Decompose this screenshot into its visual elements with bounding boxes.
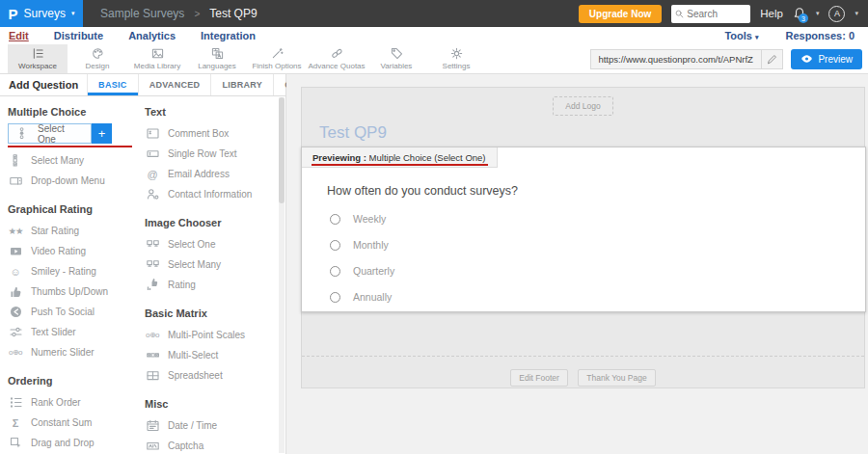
question-type-select-one[interactable]: Select One (8, 123, 92, 144)
smiley-icon: ☺ (8, 266, 23, 278)
question-type-select-many[interactable]: Select Many (8, 150, 139, 171)
palette-icon (92, 47, 104, 60)
question-type-email-address[interactable]: @ Email Address (145, 164, 282, 184)
question-type-single-row-text[interactable]: Single Row Text (145, 144, 282, 164)
responses-count-link[interactable]: Responses: 0 (785, 30, 854, 41)
tab-basic[interactable]: BASIC (87, 74, 138, 95)
sliders-icon (8, 326, 23, 338)
sigma-icon: Σ (8, 417, 23, 429)
tab-advanced[interactable]: ADVANCED (138, 74, 211, 95)
magic-wand-icon (271, 47, 284, 60)
panel-body: Multiple Choice Select One + Select Many… (0, 96, 285, 453)
menu-tab-edit[interactable]: Edit (9, 30, 29, 41)
tool-languages[interactable]: Languages (187, 44, 247, 73)
survey-preview-area: Add Logo Test QP9 Previewing : Multiple … (286, 74, 868, 454)
edit-footer-button[interactable]: Edit Footer (510, 369, 568, 387)
avatar[interactable]: A (828, 6, 845, 22)
question-type-constant-sum[interactable]: Σ Constant Sum (8, 413, 139, 433)
radio-button[interactable] (330, 240, 340, 251)
tool-media-library[interactable]: Media Library (127, 44, 187, 73)
contact-person-icon (145, 188, 160, 200)
tools-dropdown[interactable]: Tools ▾ (724, 30, 758, 41)
question-type-image-rating[interactable]: Rating (145, 275, 282, 295)
notifications-bell-button[interactable]: 3 (793, 7, 806, 20)
section-heading-ordering: Ordering (8, 375, 139, 387)
panel-scrollbar-thumb[interactable] (279, 97, 285, 203)
surveys-menu-button[interactable]: P Surveys ▾ (0, 0, 83, 27)
tab-library[interactable]: LIBRARY (210, 74, 273, 95)
numeric-slider-icon: o⊕o (8, 348, 23, 357)
answer-option: Monthly (330, 239, 865, 251)
section-heading-misc: Misc (145, 398, 282, 410)
star-rating-icon: ★★ (8, 226, 23, 236)
section-heading-basic-matrix: Basic Matrix (145, 307, 282, 319)
option-label: Annually (353, 291, 392, 303)
help-link[interactable]: Help (760, 8, 783, 19)
section-menubar: Edit Distribute Analytics Integration To… (0, 27, 868, 44)
breadcrumb-current: Test QP9 (209, 7, 257, 20)
survey-title: Test QP9 (319, 123, 864, 143)
question-type-spreadsheet[interactable]: Spreadsheet (145, 365, 282, 386)
menu-tab-integration[interactable]: Integration (201, 30, 256, 41)
translate-icon (211, 47, 224, 60)
survey-url-input[interactable] (591, 54, 761, 65)
section-heading-graphical-rating: Graphical Rating (8, 203, 139, 215)
edit-url-button[interactable] (761, 50, 782, 68)
rank-order-icon (8, 396, 23, 409)
radio-button[interactable] (330, 292, 340, 303)
tool-workspace[interactable]: Workspace (8, 44, 68, 73)
thank-you-page-button[interactable]: Thank You Page (578, 369, 655, 387)
at-sign-icon: @ (145, 169, 160, 180)
panel-scrollbar-track[interactable] (279, 97, 285, 453)
comment-box-icon (145, 127, 160, 140)
panel-header: Add Question BASIC ADVANCED LIBRARY CANV… (0, 74, 285, 96)
option-label: Monthly (353, 239, 389, 251)
question-type-text-slider[interactable]: Text Slider (8, 322, 139, 342)
add-logo-button[interactable]: Add Logo (553, 96, 612, 116)
single-row-text-icon (145, 147, 160, 160)
image-select-one-icon (145, 238, 160, 251)
breadcrumb-parent[interactable]: Sample Surveys (100, 7, 184, 20)
tool-settings[interactable]: Settings (426, 44, 486, 73)
menu-tab-distribute[interactable]: Distribute (54, 30, 103, 41)
question-type-captcha[interactable]: Captcha (145, 436, 282, 453)
option-label: Weekly (353, 213, 386, 225)
upgrade-now-button[interactable]: Upgrade Now (579, 5, 662, 23)
tool-advance-quotas[interactable]: Advance Quotas (307, 44, 366, 73)
question-type-star-rating[interactable]: ★★ Star Rating (8, 221, 139, 241)
question-type-drag-and-drop[interactable]: Drag and Drop (8, 433, 139, 453)
question-type-rank-order[interactable]: Rank Order (8, 392, 139, 413)
question-type-image-select-many[interactable]: Select Many (145, 254, 282, 275)
question-type-thumbs-up-down[interactable]: Thumbs Up/Down (8, 281, 139, 302)
radio-button[interactable] (330, 266, 340, 277)
tool-variables[interactable]: Variables (366, 44, 426, 73)
question-type-numeric-slider[interactable]: o⊕o Numeric Slider (8, 342, 139, 362)
question-type-date-time[interactable]: Date / Time (145, 415, 282, 436)
menu-tab-analytics[interactable]: Analytics (128, 30, 176, 41)
multi-point-scales-icon: o⊕o (145, 331, 160, 339)
question-type-push-to-social[interactable]: Push To Social (8, 302, 139, 322)
search-input[interactable] (687, 9, 746, 19)
tool-finish-options[interactable]: Finish Options (247, 44, 307, 73)
date-time-icon (145, 419, 160, 432)
question-type-smiley-rating[interactable]: ☺ Smiley - Rating (8, 261, 139, 281)
answer-option: Annually (330, 291, 865, 303)
surveys-label: Surveys (24, 7, 66, 20)
answer-option: Weekly (330, 213, 865, 225)
question-type-image-select-one[interactable]: Select One (145, 234, 282, 254)
add-question-plus-button[interactable]: + (92, 123, 112, 144)
question-type-multi-select[interactable]: Multi-Select (145, 345, 282, 365)
question-type-dropdown-menu[interactable]: Drop-down Menu (8, 171, 139, 191)
workspace-icon (32, 47, 44, 60)
tool-design[interactable]: Design (68, 44, 127, 73)
question-type-comment-box[interactable]: Comment Box (145, 123, 282, 144)
radio-button[interactable] (330, 214, 340, 225)
question-type-contact-information[interactable]: Contact Information (145, 184, 282, 204)
chevron-down-icon: ▾ (816, 10, 820, 17)
search-box[interactable] (671, 5, 750, 23)
question-type-multi-point-scales[interactable]: o⊕o Multi-Point Scales (145, 325, 282, 345)
add-question-panel: Add Question BASIC ADVANCED LIBRARY CANV… (0, 74, 286, 454)
section-heading-text: Text (145, 106, 282, 118)
question-type-video-rating[interactable]: Video Rating (8, 241, 139, 261)
preview-button[interactable]: Preview (791, 49, 862, 69)
